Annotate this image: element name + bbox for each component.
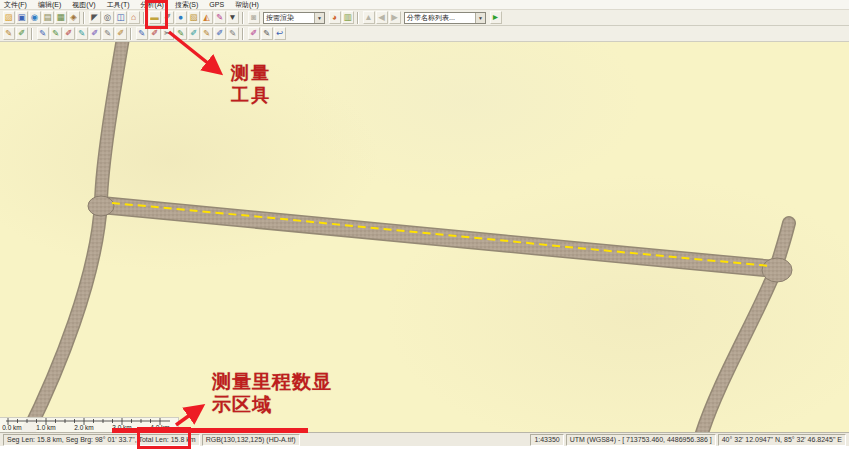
chevron-down-icon[interactable]: ▼	[314, 13, 324, 23]
menu-item-view[interactable]: 视图(V)	[72, 0, 95, 10]
more-tools-dropdown-icon[interactable]: ▼	[227, 11, 239, 24]
annotation-label-measure-tool: 测量 工具	[231, 62, 271, 106]
toolbar-separator	[242, 12, 244, 24]
toolbar-separator	[130, 28, 132, 40]
toolbar-separator	[357, 12, 359, 24]
render-mode-combo-value: 按需渲染	[264, 13, 314, 23]
status-projection: UTM (WGS84) - [ 713753.460, 4486956.386 …	[566, 434, 716, 446]
menu-item-edit[interactable]: 编辑(E)	[38, 0, 61, 10]
road-main	[101, 205, 776, 269]
path-profile-icon[interactable]: ◭	[201, 11, 213, 24]
go-icon[interactable]: ►	[490, 11, 502, 24]
export-icon[interactable]: ▤	[42, 11, 54, 24]
full-view-icon[interactable]: ◫	[115, 11, 127, 24]
menu-bar: 文件(F)编辑(E)视图(V)工具(T)分析(A)搜索(S)GPS帮助(H)	[0, 0, 849, 10]
globe-icon[interactable]: ◉	[29, 11, 41, 24]
snap-toggle-icon[interactable]: ✐	[248, 27, 260, 40]
layers-icon[interactable]: ▦	[55, 11, 67, 24]
toolbar-main: ▨▣◉▤▦◈◤◎◫⌂▬✐●▧◭✎▼◙按需渲染▼◕▥▲◀▶分带名称列表...▼►	[0, 10, 849, 26]
toolbar-digitizer: ✎✐✎✎✐✎✐✎✐✎✐✂✎✐✎✐✎✐✎↩	[0, 26, 849, 42]
home-icon[interactable]: ⌂	[128, 11, 140, 24]
forward-icon[interactable]: ▶	[389, 11, 401, 24]
zone-name-combo[interactable]: 分带名称列表...▼	[404, 12, 486, 24]
scale-label: 0.0 km	[2, 424, 22, 431]
digitizer-icon[interactable]: ✎	[214, 11, 226, 24]
zoom-select-icon[interactable]: ◤	[89, 11, 101, 24]
annotation-label-mileage-area: 测量里程数显 示区域	[212, 370, 332, 416]
join-lines-icon[interactable]: ✎	[175, 27, 187, 40]
status-scale: 1:43350	[530, 434, 563, 446]
chevron-down-icon[interactable]: ▼	[475, 13, 485, 23]
annotation-box-total-length	[137, 427, 191, 449]
road-junction-left	[88, 196, 114, 216]
toolbar-separator	[31, 28, 33, 40]
road-left	[26, 42, 123, 432]
trace-feature-icon[interactable]: ✐	[188, 27, 200, 40]
status-coordinates: 40° 32' 12.0947" N, 85° 32' 46.8245" E	[718, 434, 846, 446]
back-icon[interactable]: ◀	[376, 11, 388, 24]
footer-margin	[0, 446, 849, 461]
zoom-icon[interactable]: ◎	[102, 11, 114, 24]
create-area-icon[interactable]: ✎	[50, 27, 62, 40]
snapshot-icon[interactable]: ▥	[342, 11, 354, 24]
annotation-box-measure-tool	[145, 0, 168, 29]
create-range-ring-icon[interactable]: ✐	[63, 27, 75, 40]
copy-feature-icon[interactable]: ✎	[201, 27, 213, 40]
paste-feature-icon[interactable]: ✐	[214, 27, 226, 40]
road-junction-right	[762, 258, 792, 282]
save-icon[interactable]: ▣	[16, 11, 28, 24]
status-bar: Seg Len: 15.8 km, Seg Brg: 98° 01' 33.7"…	[0, 432, 849, 446]
menu-item-gps[interactable]: GPS	[209, 1, 224, 8]
open-folder-icon[interactable]: ▨	[3, 11, 15, 24]
render-mode-combo[interactable]: 按需渲染▼	[263, 12, 325, 24]
globe-3d-icon[interactable]: ●	[175, 11, 187, 24]
create-rectangle-icon[interactable]: ✎	[76, 27, 88, 40]
zone-name-combo-value: 分带名称列表...	[405, 13, 475, 23]
menu-item-tools[interactable]: 工具(T)	[107, 0, 130, 10]
create-text-icon[interactable]: ✐	[89, 27, 101, 40]
move-feature-icon[interactable]: ✎	[102, 27, 114, 40]
status-pixel-info: RGB(130,132,125) (HD-A.tif)	[202, 434, 300, 446]
menu-item-file[interactable]: 文件(F)	[4, 0, 27, 10]
scale-label: 2.0 km	[74, 424, 94, 431]
scale-label: 1.0 km	[36, 424, 56, 431]
menu-item-help[interactable]: 帮助(H)	[235, 0, 259, 10]
rotate-feature-icon[interactable]: ✐	[115, 27, 127, 40]
workspace-icon[interactable]: ◈	[68, 11, 80, 24]
toolbar-separator	[242, 28, 244, 40]
map-viewport[interactable]: 0.0 km 1.0 km 2.0 km 3.0 km 4.0 km	[0, 42, 849, 432]
palette-folder-icon[interactable]: ▧	[188, 11, 200, 24]
create-line-icon[interactable]: ✎	[37, 27, 49, 40]
digitizer-edit-icon[interactable]: ✎	[3, 27, 15, 40]
render-icon[interactable]: ◕	[329, 11, 341, 24]
up-icon[interactable]: ▲	[363, 11, 375, 24]
create-point-icon[interactable]: ✐	[16, 27, 28, 40]
delete-feature-icon[interactable]: ✎	[227, 27, 239, 40]
road-layer	[0, 42, 849, 432]
app-window: 文件(F)编辑(E)视图(V)工具(T)分析(A)搜索(S)GPS帮助(H) ▨…	[0, 0, 849, 461]
menu-item-search[interactable]: 搜索(S)	[175, 0, 198, 10]
undo-edit-icon[interactable]: ↩	[274, 27, 286, 40]
lock-icon[interactable]: ◙	[248, 11, 260, 24]
attribute-edit-icon[interactable]: ✎	[261, 27, 273, 40]
toolbar-separator	[83, 12, 85, 24]
